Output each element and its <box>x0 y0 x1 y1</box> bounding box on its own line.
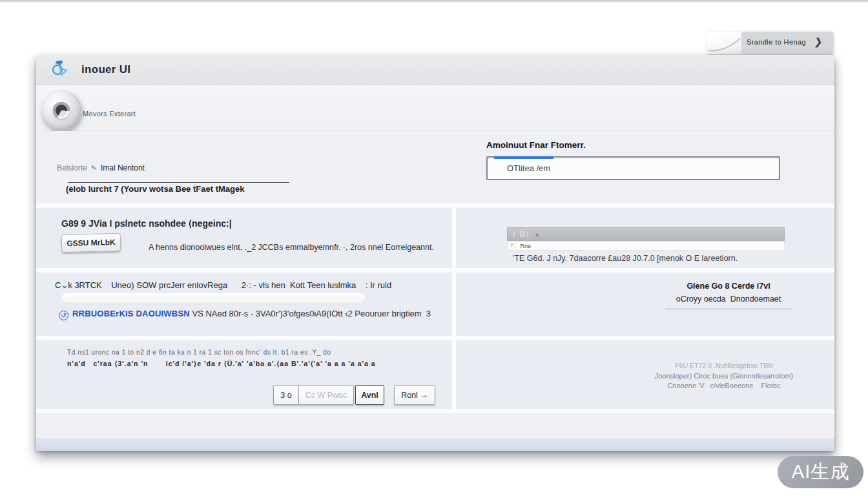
certificate-block: Glene Go 8 Cerde i7vl oCroyy oecda Dnond… <box>645 282 812 304</box>
certificate-heading: Glene Go 8 Cerde i7vl <box>645 282 812 291</box>
tooltip-label: Srandle to Henag <box>747 38 806 46</box>
next-button[interactable]: Ronl → <box>394 385 435 405</box>
name-caption: (elob lurcht 7 (Yourv wotsa Bee tFaet tM… <box>66 184 244 194</box>
swoosh-icon <box>707 32 741 54</box>
page-top-shade <box>0 0 868 3</box>
logo-orb-icon[interactable] <box>41 90 81 130</box>
fineprint-panel: Td ns1 uronc na 1 to n2 d e 6n ta ka n 1… <box>36 340 452 409</box>
status-progress-bar[interactable]: I Bl ● <box>507 227 785 241</box>
name-input[interactable] <box>68 182 289 183</box>
status-panel: I Bl ● 7 Rne 'TE G6d. J nJy. 7daacorre £… <box>456 208 834 268</box>
name-label-part2: Imal Nentont <box>101 163 145 172</box>
window-title: inouer UI <box>81 63 130 76</box>
confirm-button[interactable]: Avnl <box>355 385 384 405</box>
app-window: inouer UI Cue enirot Movors Exterart Bel… <box>36 55 834 451</box>
about-line3: Cnooene 'V c/vleBoeeone Flotec <box>540 381 868 391</box>
status-dot-icon: ● <box>535 231 540 238</box>
jobs-panel: G89 9 JVia I pslnetc nsohdee ⟨negeinc:| … <box>36 208 452 268</box>
app-icon <box>50 59 68 80</box>
status-caption: 'TE G6d. J nJy. 7daacorre £au28 J0.7.0 [… <box>513 254 738 263</box>
status-detail-row[interactable]: 7 Rne <box>507 241 785 251</box>
header-caption: Movors Exterart <box>83 110 136 118</box>
header-bar: Cue enirot <box>36 85 834 131</box>
network-panel: C⌄k 3RTCK Uneo) SOW prcJerr enlovRega 2·… <box>36 273 452 336</box>
name-field-label: Belslorte✎Imal Nentont <box>57 163 145 172</box>
network-link[interactable]: ↺RRBUOBErKIS DAOUIWBSN VS NAed 80r-s - 3… <box>59 309 431 320</box>
chevron-right-icon[interactable]: ❯ <box>814 36 823 48</box>
about-panel: F6U ET72.0 .NutlBesgebso TBIli Joonslope… <box>456 340 834 409</box>
option-button-2-disabled[interactable]: Cc W Pwoc <box>298 385 354 405</box>
certificate-underline <box>665 309 792 309</box>
orb-swirl-icon <box>53 102 70 119</box>
network-link-strong: RRBUOBErKIS DAOUIWBSN <box>72 309 190 318</box>
name-label-part1: Belslorte <box>57 163 87 172</box>
option-button-1[interactable]: 3 o <box>273 385 299 405</box>
network-link-rest: VS NAed 80r-s - 3VA0r')3'ofges0iA9(IOtt … <box>190 309 431 318</box>
amount-input-box[interactable] <box>486 156 780 180</box>
status-row-text: Rne <box>520 243 531 249</box>
jobs-action-button[interactable]: GSSU MrLbK <box>61 233 121 253</box>
certificate-panel: Glene Go 8 Cerde i7vl oCroyy oecda Dnond… <box>456 273 834 336</box>
about-line2: Joonsloper) Clroc buea (Gionnntlesarroto… <box>540 371 868 382</box>
dialog-button-row: 3 o Cc W Pwoc Avnl Ronl → <box>273 385 435 405</box>
refresh-icon: ↺ <box>59 311 68 320</box>
ai-watermark-badge: AI生成 <box>778 456 863 488</box>
jobs-heading: G89 9 JVia I pslnetc nsohdee ⟨negeinc:| <box>61 218 232 229</box>
certificate-line[interactable]: oCroyy oecda Dnondoemaet <box>645 294 812 304</box>
title-bar: inouer UI <box>36 55 834 85</box>
amount-field-label: Amoinuut Fnar Ftomerr. <box>486 140 586 150</box>
status-bar-glyphs: I Bl <box>513 230 530 239</box>
jobs-description: A henns dionoolwues elnt, ._2 JCCBs emma… <box>149 243 434 252</box>
network-input-pill[interactable] <box>61 293 365 304</box>
about-line1: F6U ET72.0 .NutlBesgebso TBIli <box>540 361 868 371</box>
pen-icon: ✎ <box>90 163 98 172</box>
footer-strip <box>36 438 834 451</box>
fineprint-line2: n'a'd c'raa ⟨3'.a'n 'n lc'd /'a'⟩e 'da r… <box>67 360 376 367</box>
about-text-block: F6U ET72.0 .NutlBesgebso TBIli Joonslope… <box>540 361 868 391</box>
status-row-number: 7 <box>510 243 515 249</box>
tooltip-bubble[interactable]: Srandle to Henag ❯ <box>708 32 833 54</box>
amount-input[interactable] <box>507 158 765 179</box>
fineprint-line1: Td ns1 uronc na 1 to n2 d e 6n ta ka n 1… <box>67 349 331 356</box>
network-info-line: C⌄k 3RTCK Uneo) SOW prcJerr enlovRega 2·… <box>55 280 391 290</box>
bottom-strip <box>36 413 834 438</box>
